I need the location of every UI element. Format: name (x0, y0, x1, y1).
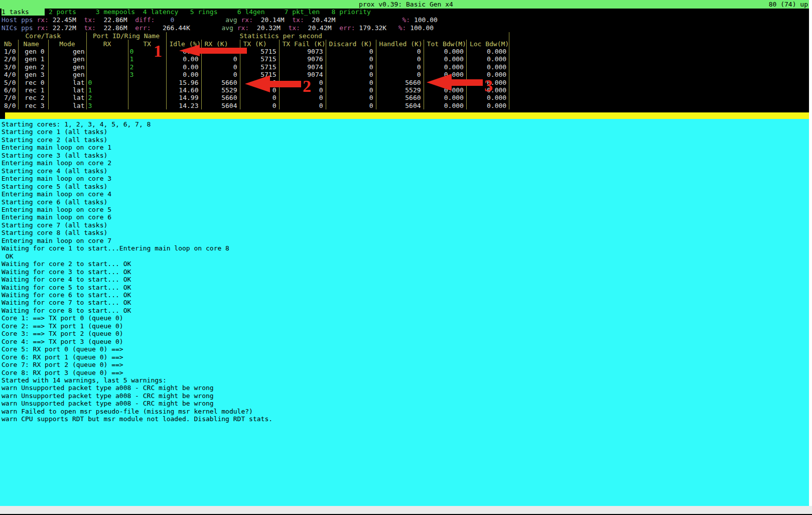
table-cell: 5660 (201, 78, 240, 86)
table-cell: 3 (86, 102, 128, 109)
column-header: Nb (0, 40, 18, 47)
table-cell: gen 1 (18, 55, 48, 63)
table-cell: lat (48, 94, 86, 101)
tab-latency[interactable]: 4 latency (143, 8, 178, 16)
task-row: 8/0rec 3lat314.23560400056040.0000.000 (0, 102, 509, 109)
table-cell: 0.00 (166, 71, 201, 78)
column-header: Name (18, 40, 48, 47)
group-header: Port ID/Ring Name (86, 32, 166, 40)
table-cell: 9074 (279, 63, 326, 71)
table-cell: 3/0 (0, 63, 18, 71)
table-cell: 5715 (240, 55, 279, 63)
text-segment: rx: (241, 16, 261, 24)
table-cell: 0.000 (466, 55, 509, 63)
table-cell: rec 0 (18, 78, 48, 86)
table-cell: rec 1 (18, 86, 48, 94)
table-cell: 0.000 (424, 86, 466, 94)
table-cell: 9074 (279, 71, 326, 78)
table-cell (86, 71, 128, 78)
divider-bar (0, 112, 812, 119)
table-cell: 0 (326, 48, 376, 55)
table-cell: 0 (128, 48, 166, 55)
table-cell: 0 (279, 94, 326, 101)
task-row: 6/0rec 1lat114.60552900055290.0000.000 (0, 86, 509, 94)
nics-percent-value: 100.00 (410, 24, 434, 32)
table-cell: 0 (201, 48, 240, 55)
table-cell: 5660 (201, 94, 240, 101)
table-cell: 0.000 (424, 48, 466, 55)
host-avg-rx-value: 20.14M (261, 16, 285, 24)
table-cell: 0.000 (424, 55, 466, 63)
table-cell: 2/0 (0, 55, 18, 63)
tab-rings[interactable]: 5 rings (190, 8, 218, 16)
text-segment (76, 8, 96, 16)
table-cell: 0 (240, 94, 279, 101)
table-cell: 5/0 (0, 78, 18, 86)
table-cell: 0.000 (466, 94, 509, 101)
text-segment (45, 8, 49, 16)
table-cell: 1/0 (0, 48, 18, 55)
table-cell: 0.000 (466, 102, 509, 109)
tab-priority[interactable]: 8 priority (332, 8, 371, 16)
host-percent-value: 100.00 (414, 16, 438, 24)
text-segment: rx: (237, 24, 257, 32)
table-cell: 9073 (279, 48, 326, 55)
table-cell: 3 (128, 71, 166, 78)
table-cell: gen (48, 71, 86, 78)
task-row: 4/0gen 3gen30.00057159074000.0000.000 (0, 71, 509, 78)
table-cell: 0 (86, 78, 128, 86)
table-cell: 5715 (240, 63, 279, 71)
tab-pkt-len[interactable]: 7 pkt_len (285, 8, 320, 16)
table-cell: 1 (128, 55, 166, 63)
title-bar: prox v0.39: Basic Gen x4 80 (74) up (0, 0, 812, 9)
table-cell: 5604 (201, 102, 240, 109)
text-segment (76, 16, 84, 24)
scrollbar-strip[interactable] (809, 0, 812, 506)
column-header: TX (128, 40, 166, 47)
per-core-stats-table: Core/TaskPort ID/Ring NameStatistics per… (0, 32, 509, 109)
table-cell: 5604 (376, 102, 424, 109)
host-rx-value: 22.45M (53, 16, 76, 24)
tab-mempools[interactable]: 3 mempools (96, 8, 135, 16)
table-cell (86, 63, 128, 71)
text-segment (332, 24, 340, 32)
text-segment: err: (135, 24, 155, 32)
tab-l4gen[interactable]: 6 l4gen (237, 8, 265, 16)
table-cell: 15.96 (166, 78, 201, 86)
table-cell: 0 (326, 102, 376, 109)
table-cell: 4/0 (0, 71, 18, 78)
port-up-status: 80 (74) up (769, 0, 808, 9)
tab-tasks[interactable]: 1 tasks (2, 8, 45, 16)
table-cell: 0.000 (466, 63, 509, 71)
table-cell: 0 (326, 55, 376, 63)
table-cell: 0.000 (424, 102, 466, 109)
nics-tx-value: 22.86M (104, 24, 127, 32)
text-segment (285, 16, 293, 24)
table-cell: 0.00 (166, 55, 201, 63)
table-cell: 0.00 (166, 63, 201, 71)
table-cell: 5715 (240, 48, 279, 55)
text-segment: %: (398, 24, 410, 32)
column-header: TX (K) (240, 40, 279, 47)
host-avg-tx-value: 20.42M (312, 16, 335, 24)
table-cell: 9076 (279, 55, 326, 63)
text-segment (264, 8, 284, 16)
prox-terminal-window: prox v0.39: Basic Gen x4 80 (74) up 1 ta… (0, 0, 812, 515)
nics-pps-label: NICs pps (2, 24, 37, 32)
table-cell: 5660 (376, 94, 424, 101)
table-cell: 0.000 (424, 71, 466, 78)
nics-pps-row: NICs pps rx: 22.72M tx: 22.86M err: 266.… (0, 24, 434, 32)
table-cell: 0 (201, 71, 240, 78)
text-segment (178, 8, 190, 16)
text-segment: tx: (84, 16, 103, 24)
tab-ports[interactable]: 2 ports (49, 8, 76, 16)
table-cell: 0.000 (424, 78, 466, 86)
text-segment (190, 24, 222, 32)
nics-err-value: 266.44K (155, 24, 190, 32)
table-cell (86, 48, 128, 55)
nics-avg-rx-value: 20.32M (257, 24, 281, 32)
text-segment (127, 24, 136, 32)
log-area: Starting cores: 1, 2, 3, 4, 5, 6, 7, 8 S… (0, 119, 812, 506)
table-cell: 0.000 (424, 63, 466, 71)
table-cell: 0 (201, 55, 240, 63)
